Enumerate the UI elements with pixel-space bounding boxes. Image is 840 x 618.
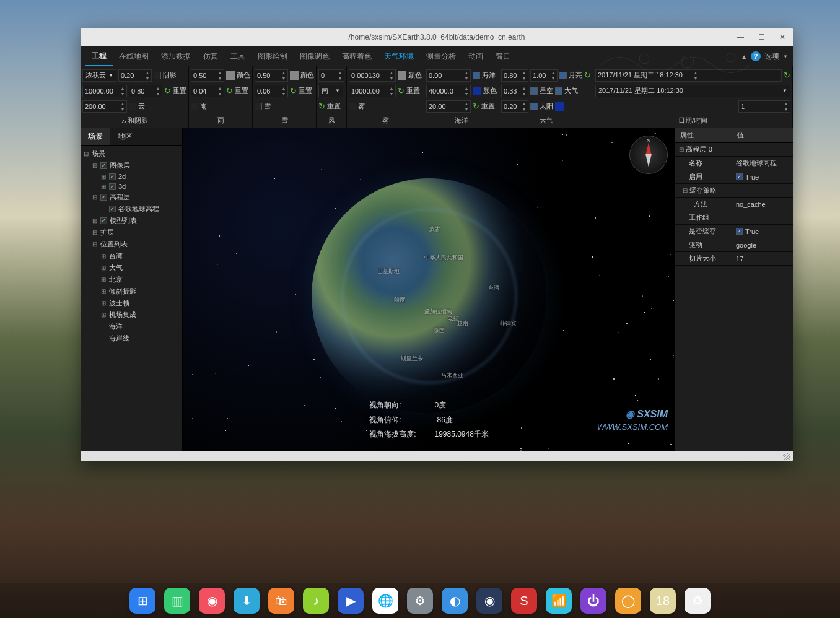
dock-app-1[interactable]: ▥ [164, 588, 190, 614]
help-icon[interactable]: ? [751, 51, 761, 61]
dock-app-16[interactable]: ♻ [685, 588, 711, 614]
ocean-color-swatch[interactable] [473, 87, 481, 95]
scene-tree[interactable]: ⊟场景⊟图像层⊞2d⊞3d⊟高程层谷歌地球高程⊞模型列表⊞扩展⊟位置列表⊞台湾⊞… [81, 146, 182, 451]
minimize-button[interactable]: — [730, 28, 751, 46]
tree-2d[interactable]: ⊞2d [81, 172, 182, 181]
snow-v1-spin[interactable]: ▲▼ [255, 69, 288, 82]
up-icon[interactable]: ▲ [741, 53, 747, 60]
fog-v1-spin[interactable]: ▲▼ [349, 69, 396, 82]
tree-loc-3[interactable]: ⊞倾斜摄影 [81, 285, 182, 297]
dt1-spin[interactable]: ▲▼ [595, 69, 782, 82]
dock-app-0[interactable]: ⊞ [129, 588, 155, 614]
props-name[interactable]: 名称谷歌地球高程 [675, 157, 793, 170]
dock-app-8[interactable]: ⚙ [407, 588, 433, 614]
compass-widget[interactable] [629, 136, 668, 174]
tree-loc-4[interactable]: ⊞波士顿 [81, 297, 182, 309]
menu-工程[interactable]: 工程 [85, 46, 113, 66]
atmo-v1-spin[interactable]: ▲▼ [501, 69, 528, 82]
wind-dir-select[interactable]: 南▼ [318, 85, 343, 97]
sun-checkbox[interactable] [530, 103, 538, 110]
cloud-v2-spin[interactable]: ▲▼ [82, 85, 127, 97]
dock-app-6[interactable]: ▶ [338, 588, 364, 614]
reload-icon[interactable]: ↻ [226, 86, 233, 95]
tree-3d[interactable]: ⊞3d [81, 181, 182, 191]
dock-app-4[interactable]: 🛍 [268, 588, 294, 614]
props-tile[interactable]: 切片大小17 [675, 252, 793, 266]
close-button[interactable]: ✕ [772, 28, 793, 46]
dock-app-5[interactable]: ♪ [303, 588, 329, 614]
dock-app-9[interactable]: ◐ [442, 588, 468, 614]
resize-grip-icon[interactable] [783, 453, 790, 460]
props-root[interactable]: ⊟高程层-0 [675, 143, 793, 157]
dock-app-12[interactable]: 📶 [546, 588, 572, 614]
dock-app-3[interactable]: ⬇ [234, 588, 260, 614]
options-menu[interactable]: 选项 [764, 51, 779, 62]
atmo-v4-spin[interactable]: ▲▼ [501, 100, 528, 113]
ocean-v3-spin[interactable]: ▲▼ [426, 100, 471, 113]
snow-v2-spin[interactable]: ▲▼ [255, 85, 288, 97]
titlebar[interactable]: /home/sxsim/SXEarth3.8.0_64bit/data/demo… [81, 28, 793, 46]
dock-app-7[interactable]: 🌐 [372, 588, 398, 614]
wind-v1-spin[interactable]: ▲▼ [318, 69, 344, 82]
reload-icon[interactable]: ↻ [318, 102, 325, 111]
sun-color-swatch[interactable] [555, 102, 564, 111]
rain-checkbox[interactable] [191, 103, 198, 110]
viewport-3d[interactable]: 中华人民共和国蒙古巴基斯坦印度孟加拉缅甸泰国老挝越南台湾菲律宾斯里兰卡马来西亚 … [183, 128, 675, 451]
shadow-checkbox[interactable] [154, 72, 161, 79]
dock-app-10[interactable]: ◉ [476, 588, 502, 614]
dock-app-15[interactable]: 18 [650, 588, 676, 614]
dock-app-11[interactable]: S [511, 588, 537, 614]
rain-color-swatch[interactable] [226, 71, 235, 80]
cloud-checkbox[interactable] [129, 103, 136, 110]
tree-loc-5[interactable]: ⊞机场集成 [81, 309, 182, 321]
earth-globe[interactable]: 中华人民共和国蒙古巴基斯坦印度孟加拉缅甸泰国老挝越南台湾菲律宾斯里兰卡马来西亚 [312, 178, 547, 414]
reload-icon[interactable]: ↻ [164, 86, 171, 95]
menu-图像调色[interactable]: 图像调色 [294, 46, 336, 66]
stars-checkbox[interactable] [530, 87, 538, 95]
atmo-checkbox[interactable] [555, 87, 562, 95]
tab-region[interactable]: 地区 [110, 128, 140, 145]
fog-color-swatch[interactable] [398, 71, 406, 80]
fog-checkbox[interactable] [349, 103, 356, 110]
dock-app-13[interactable]: ⏻ [580, 588, 606, 614]
dt2-select[interactable]: 2017/11/21 星期二 18:12:30▼ [595, 85, 790, 97]
cloud-v1-spin[interactable]: ▲▼ [118, 69, 152, 82]
menu-图形绘制[interactable]: 图形绘制 [252, 46, 294, 66]
tree-elev[interactable]: ⊟高程层 [81, 191, 182, 203]
tree-loc-1[interactable]: ⊞大气 [81, 262, 182, 274]
reload-icon[interactable]: ↻ [784, 71, 790, 80]
menu-在线地图[interactable]: 在线地图 [113, 46, 155, 66]
dock-app-2[interactable]: ◉ [199, 588, 225, 614]
menu-窗口[interactable]: 窗口 [489, 46, 517, 66]
menu-天气环境[interactable]: 天气环境 [378, 46, 420, 66]
props-cached[interactable]: 是否缓存True [675, 225, 793, 238]
dt-step-spin[interactable]: ▲▼ [738, 100, 790, 113]
props-enable[interactable]: 启用True [675, 170, 793, 184]
ocean-v2-spin[interactable]: ▲▼ [426, 85, 471, 97]
tree-loc-2[interactable]: ⊞北京 [81, 274, 182, 285]
menu-测量分析[interactable]: 测量分析 [420, 46, 462, 66]
tree-loc[interactable]: ⊟位置列表 [81, 238, 182, 250]
fog-v2-spin[interactable]: ▲▼ [349, 85, 396, 97]
menu-动画[interactable]: 动画 [462, 46, 489, 66]
props-driver[interactable]: 驱动google [675, 238, 793, 252]
cloud-v4-spin[interactable]: ▲▼ [82, 100, 127, 113]
snow-color-swatch[interactable] [290, 71, 299, 80]
menu-添加数据[interactable]: 添加数据 [155, 46, 197, 66]
reload-icon[interactable]: ↻ [584, 71, 591, 80]
reload-icon[interactable]: ↻ [473, 102, 479, 111]
reload-icon[interactable]: ↻ [290, 86, 297, 95]
ocean-checkbox[interactable] [473, 72, 480, 79]
chevron-down-icon[interactable]: ▼ [783, 54, 788, 59]
atmo-v2-spin[interactable]: ▲▼ [530, 69, 558, 82]
reload-icon[interactable]: ↻ [398, 86, 405, 95]
maximize-button[interactable]: ☐ [751, 28, 772, 46]
tree-imglayer[interactable]: ⊟图像层 [81, 160, 182, 172]
menu-高程着色[interactable]: 高程着色 [336, 46, 378, 66]
tree-loc-0[interactable]: ⊞台湾 [81, 250, 182, 262]
moon-checkbox[interactable] [559, 72, 567, 79]
props-group[interactable]: 工作组 [675, 211, 793, 225]
ocean-v1-spin[interactable]: ▲▼ [426, 69, 471, 82]
tree-loc-6[interactable]: 海洋 [81, 321, 182, 333]
menu-工具[interactable]: 工具 [224, 46, 252, 66]
